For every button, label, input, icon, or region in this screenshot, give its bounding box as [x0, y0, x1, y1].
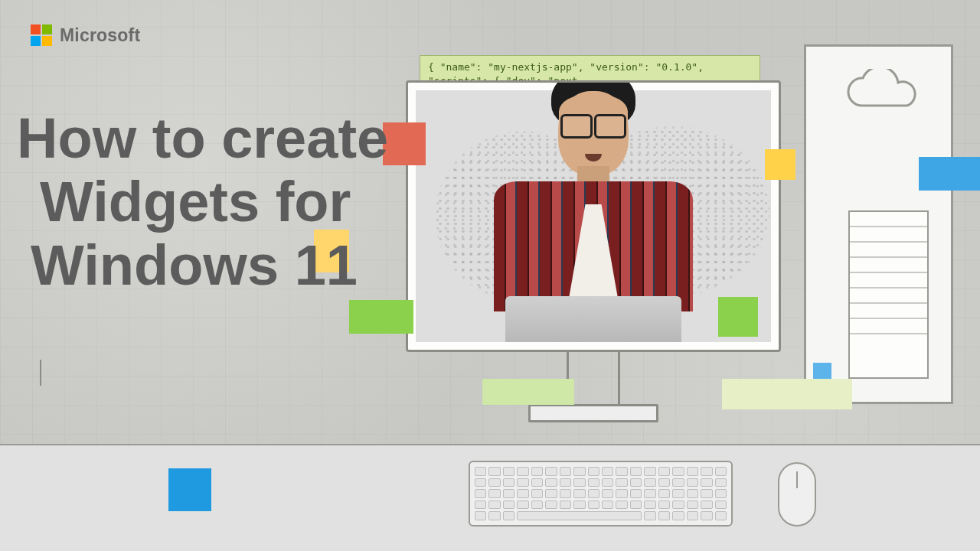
microsoft-logo-icon: [31, 24, 52, 46]
accent-bar-blue: [919, 157, 980, 191]
accent-square-yellow: [765, 149, 795, 180]
headline-line: Windows 11: [17, 234, 453, 298]
microsoft-logo: Microsoft: [31, 24, 140, 46]
keyboard-icon: [469, 461, 733, 527]
text-caret-decoration: [40, 360, 41, 386]
cloud-icon: [835, 69, 926, 115]
accent-strip-pale: [722, 379, 852, 409]
accent-square-green: [718, 297, 758, 337]
microsoft-logo-text: Microsoft: [60, 25, 140, 46]
accent-square-blue: [168, 468, 211, 511]
server-rack-icon: [848, 210, 929, 379]
accent-strip-green: [482, 379, 574, 405]
headline-line: Widgets for: [17, 171, 453, 234]
mouse-icon: [778, 462, 816, 527]
code-line: { "name": "my-nextjs-app", "version": "0…: [428, 60, 752, 74]
laptop-icon: [505, 296, 681, 342]
glasses-icon: [560, 114, 626, 134]
headline-line: How to create: [17, 107, 453, 171]
monitor-stand: [567, 352, 620, 404]
monitor-base: [528, 404, 658, 422]
accent-square-green: [349, 300, 413, 334]
presenter-illustration: [467, 112, 720, 342]
headline: How to create Widgets for Windows 11: [17, 107, 453, 298]
thumbnail-stage: { "name": "my-nextjs-app", "version": "0…: [0, 0, 980, 551]
